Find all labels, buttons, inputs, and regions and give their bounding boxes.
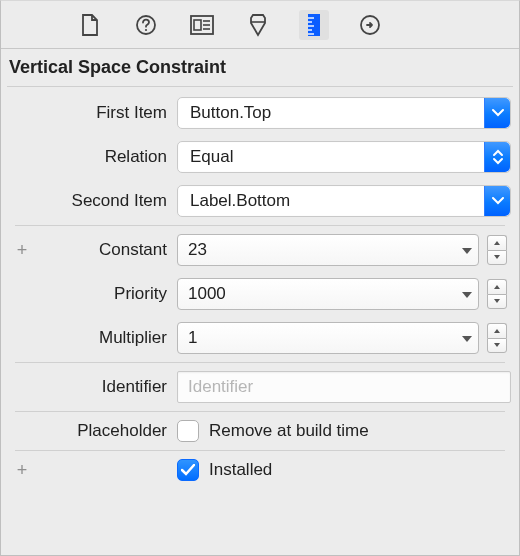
svg-rect-8: [308, 14, 320, 36]
stepper-down-icon[interactable]: [487, 294, 507, 310]
chevron-down-icon: [484, 98, 510, 128]
size-inspector-tab[interactable]: [299, 10, 329, 40]
label-second-item: Second Item: [39, 191, 173, 211]
priority-field[interactable]: 1000: [177, 278, 479, 310]
connections-icon: [358, 13, 382, 37]
first-item-popup[interactable]: Button.Top: [177, 97, 511, 129]
ruler-icon: [307, 13, 321, 37]
label-placeholder: Placeholder: [39, 421, 173, 441]
label-first-item: First Item: [39, 103, 173, 123]
relation-popup[interactable]: Equal: [177, 141, 511, 173]
constant-stepper[interactable]: [487, 235, 507, 265]
row-relation: Relation Equal: [9, 135, 511, 179]
row-first-item: First Item Button.Top: [9, 91, 511, 135]
identity-inspector-tab[interactable]: [187, 10, 217, 40]
relation-value: Equal: [190, 147, 233, 167]
label-priority: Priority: [39, 284, 173, 304]
multiplier-field[interactable]: 1: [177, 322, 479, 354]
row-installed: + Installed: [9, 453, 511, 487]
second-item-popup[interactable]: Label.Bottom: [177, 185, 511, 217]
multiplier-value: 1: [188, 328, 197, 348]
row-identifier: Identifier: [9, 365, 511, 409]
separator: [15, 450, 505, 451]
row-priority: Priority 1000: [9, 272, 511, 316]
label-constant: Constant: [39, 240, 173, 260]
add-installed-button[interactable]: +: [9, 460, 35, 481]
row-constant: + Constant 23: [9, 228, 511, 272]
label-relation: Relation: [39, 147, 173, 167]
identity-icon: [190, 15, 214, 35]
label-multiplier: Multiplier: [39, 328, 173, 348]
constant-field[interactable]: 23: [177, 234, 479, 266]
separator: [15, 411, 505, 412]
stepper-down-icon[interactable]: [487, 250, 507, 266]
help-inspector-tab[interactable]: [131, 10, 161, 40]
identifier-input[interactable]: [177, 371, 511, 403]
installed-label: Installed: [209, 460, 272, 480]
priority-value: 1000: [188, 284, 226, 304]
svg-rect-3: [194, 20, 201, 30]
first-item-value: Button.Top: [190, 103, 271, 123]
inspector-toolbar: [1, 1, 519, 49]
connections-inspector-tab[interactable]: [355, 10, 385, 40]
stepper-down-icon[interactable]: [487, 338, 507, 354]
caret-down-icon: [462, 328, 472, 348]
separator: [15, 225, 505, 226]
label-identifier: Identifier: [39, 377, 173, 397]
caret-down-icon: [462, 240, 472, 260]
multiplier-stepper[interactable]: [487, 323, 507, 353]
caret-down-icon: [462, 284, 472, 304]
attributes-icon: [247, 13, 269, 37]
second-item-value: Label.Bottom: [190, 191, 290, 211]
constant-value: 23: [188, 240, 207, 260]
file-icon: [81, 14, 99, 36]
row-placeholder: Placeholder Remove at build time: [9, 414, 511, 448]
stepper-up-icon[interactable]: [487, 323, 507, 338]
section-title: Vertical Space Constraint: [1, 49, 519, 84]
chevron-down-icon: [484, 186, 510, 216]
updown-icon: [484, 142, 510, 172]
help-icon: [135, 14, 157, 36]
remove-at-build-time-checkbox[interactable]: [177, 420, 199, 442]
remove-at-build-time-label: Remove at build time: [209, 421, 369, 441]
installed-checkbox[interactable]: [177, 459, 199, 481]
constraint-form: First Item Button.Top Relation Equal: [1, 87, 519, 487]
svg-point-1: [145, 28, 147, 30]
separator: [15, 362, 505, 363]
file-inspector-tab[interactable]: [75, 10, 105, 40]
stepper-up-icon[interactable]: [487, 235, 507, 250]
stepper-up-icon[interactable]: [487, 279, 507, 294]
priority-stepper[interactable]: [487, 279, 507, 309]
row-second-item: Second Item Label.Bottom: [9, 179, 511, 223]
attributes-inspector-tab[interactable]: [243, 10, 273, 40]
row-multiplier: Multiplier 1: [9, 316, 511, 360]
inspector-panel: Vertical Space Constraint First Item But…: [0, 0, 520, 556]
add-constant-button[interactable]: +: [9, 240, 35, 261]
